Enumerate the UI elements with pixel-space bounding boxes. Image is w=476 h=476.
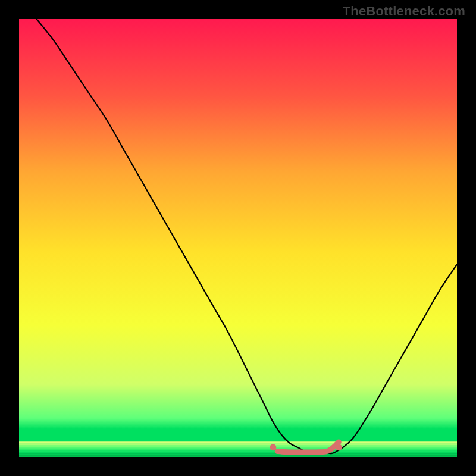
plot-area	[19, 19, 457, 457]
bottom-stripes	[19, 441, 457, 457]
svg-rect-2	[19, 445, 457, 447]
svg-rect-6	[19, 452, 457, 453]
svg-rect-3	[19, 447, 457, 449]
chart-background	[19, 19, 457, 444]
watermark-text: TheBottleneck.com	[343, 4, 465, 19]
optimal-marker-dot	[336, 444, 342, 450]
svg-rect-0	[19, 441, 457, 443]
svg-rect-7	[19, 453, 457, 455]
svg-rect-4	[19, 449, 457, 450]
svg-rect-5	[19, 450, 457, 452]
optimal-marker-dot	[270, 444, 276, 450]
chart-svg	[19, 19, 457, 457]
chart-container: TheBottleneck.com	[0, 0, 476, 476]
svg-rect-8	[19, 455, 457, 457]
svg-rect-1	[19, 443, 457, 445]
